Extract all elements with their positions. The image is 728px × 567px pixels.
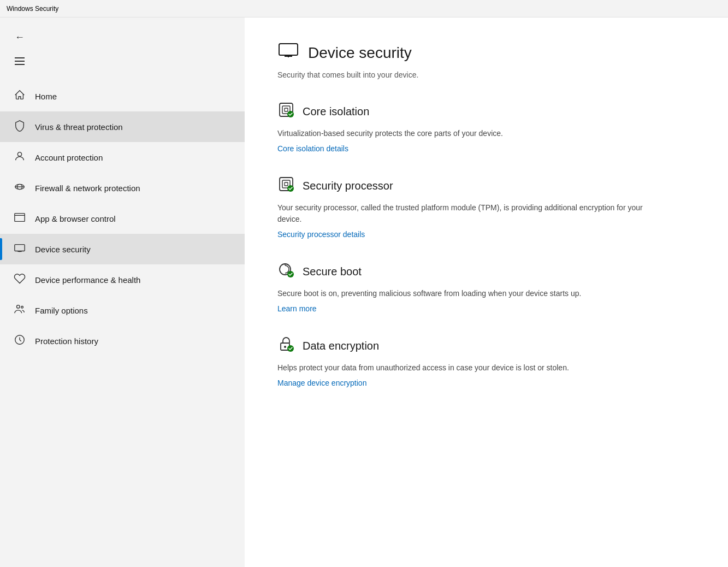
svg-rect-0 [15, 57, 25, 58]
data-encryption-header: Data encryption [277, 335, 695, 357]
data-encryption-desc: Helps protect your data from unauthorize… [277, 362, 649, 374]
section-data-encryption: Data encryption Helps protect your data … [277, 335, 695, 388]
manage-device-encryption-link[interactable]: Manage device encryption [277, 379, 366, 387]
core-isolation-header: Core isolation [277, 101, 695, 122]
page-header: Device security [277, 39, 695, 66]
sidebar-item-account[interactable]: Account protection [0, 142, 245, 173]
sidebar-item-virus[interactable]: Virus & threat protection [0, 111, 245, 142]
security-processor-header: Security processor [277, 175, 695, 197]
secure-boot-learn-more-link[interactable]: Learn more [277, 304, 317, 313]
device-security-icon [13, 242, 26, 257]
sidebar-item-family[interactable]: Family options [0, 295, 245, 326]
svg-rect-9 [15, 244, 25, 251]
secure-boot-header: Secure boot [277, 261, 695, 282]
svg-rect-7 [15, 213, 25, 221]
core-isolation-title: Core isolation [303, 105, 369, 118]
account-label: Account protection [35, 153, 103, 162]
app-browser-label: App & browser control [35, 214, 116, 223]
svg-point-3 [17, 152, 21, 156]
core-isolation-desc: Virtualization-based security protects t… [277, 128, 649, 139]
titlebar-title: Windows Security [7, 5, 58, 13]
data-encryption-icon [277, 335, 295, 357]
secure-boot-title: Secure boot [303, 265, 362, 278]
back-button[interactable]: ← [9, 26, 31, 48]
page-header-icon [277, 39, 299, 66]
secure-boot-desc: Secure boot is on, preventing malicious … [277, 288, 649, 299]
sidebar-item-device-security[interactable]: Device security [0, 234, 245, 264]
svg-point-12 [17, 305, 20, 308]
svg-point-30 [284, 346, 286, 348]
sidebar-item-protection-history[interactable]: Protection history [0, 326, 245, 356]
core-isolation-icon [277, 101, 295, 122]
firewall-label: Firewall & network protection [35, 184, 140, 193]
nav-items: Home Virus & threat protection [0, 81, 245, 567]
section-secure-boot: Secure boot Secure boot is on, preventin… [277, 261, 695, 314]
sidebar-item-home[interactable]: Home [0, 81, 245, 111]
security-processor-title: Security processor [303, 180, 393, 192]
svg-rect-15 [279, 44, 298, 55]
page-title: Device security [308, 44, 412, 62]
secure-boot-icon [277, 261, 295, 282]
titlebar: Windows Security [0, 0, 728, 17]
svg-rect-1 [15, 61, 25, 62]
family-icon [13, 303, 26, 318]
section-security-processor: Security processor Your security process… [277, 175, 695, 239]
device-performance-label: Device performance & health [35, 275, 140, 285]
main-content: Device security Security that comes buil… [245, 17, 728, 567]
sidebar: ← Home [0, 17, 245, 567]
sidebar-item-firewall[interactable]: Firewall & network protection [0, 173, 245, 203]
home-icon [13, 89, 26, 104]
core-isolation-details-link[interactable]: Core isolation details [277, 144, 348, 153]
firewall-icon [13, 181, 26, 196]
virus-label: Virus & threat protection [35, 122, 123, 132]
family-label: Family options [35, 306, 88, 315]
sidebar-item-device-performance[interactable]: Device performance & health [0, 264, 245, 295]
svg-rect-2 [15, 64, 25, 65]
svg-point-13 [21, 306, 23, 308]
section-core-isolation: Core isolation Virtualization-based secu… [277, 101, 695, 153]
sidebar-item-app-browser[interactable]: App & browser control [0, 203, 245, 234]
security-processor-icon [277, 175, 295, 197]
data-encryption-title: Data encryption [303, 340, 379, 352]
app-container: ← Home [0, 17, 728, 567]
protection-history-icon [13, 334, 26, 349]
protection-history-label: Protection history [35, 336, 98, 346]
app-browser-icon [13, 211, 26, 226]
page-subtitle: Security that comes built into your devi… [277, 70, 695, 79]
account-icon [13, 150, 26, 165]
virus-icon [13, 120, 26, 134]
svg-rect-24 [285, 182, 288, 186]
device-security-label: Device security [35, 245, 91, 254]
sidebar-top-controls: ← [0, 22, 245, 81]
svg-rect-20 [285, 108, 288, 111]
menu-button[interactable] [9, 50, 31, 72]
security-processor-desc: Your security processor, called the trus… [277, 202, 649, 225]
device-performance-icon [13, 273, 26, 287]
security-processor-details-link[interactable]: Security processor details [277, 230, 365, 239]
home-label: Home [35, 92, 57, 101]
